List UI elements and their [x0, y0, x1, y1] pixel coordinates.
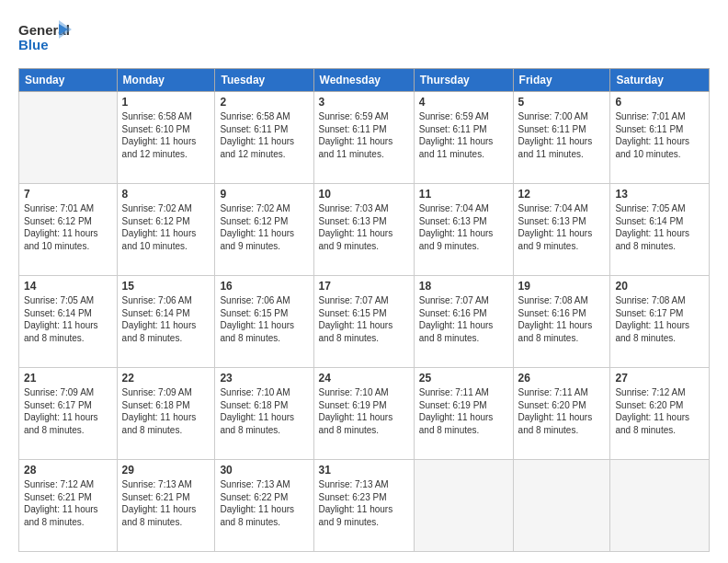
calendar-cell — [414, 460, 513, 552]
calendar-cell: 25Sunrise: 7:11 AMSunset: 6:19 PMDayligh… — [414, 368, 513, 460]
day-number: 15 — [122, 280, 210, 293]
day-info: Sunrise: 7:08 AMSunset: 6:17 PMDaylight:… — [615, 294, 704, 344]
day-number: 9 — [220, 188, 308, 201]
calendar-cell: 30Sunrise: 7:13 AMSunset: 6:22 PMDayligh… — [215, 460, 313, 552]
day-number: 19 — [518, 280, 606, 293]
logo: General Blue — [18, 17, 74, 59]
day-number: 24 — [319, 372, 409, 385]
calendar-week-row: 21Sunrise: 7:09 AMSunset: 6:17 PMDayligh… — [19, 368, 710, 460]
day-info: Sunrise: 7:00 AMSunset: 6:11 PMDaylight:… — [518, 110, 606, 160]
calendar-cell: 17Sunrise: 7:07 AMSunset: 6:15 PMDayligh… — [313, 276, 414, 368]
calendar-cell: 9Sunrise: 7:02 AMSunset: 6:12 PMDaylight… — [215, 184, 313, 276]
day-info: Sunrise: 6:59 AMSunset: 6:11 PMDaylight:… — [419, 110, 508, 160]
calendar-cell: 1Sunrise: 6:58 AMSunset: 6:10 PMDaylight… — [117, 92, 215, 184]
calendar-cell: 31Sunrise: 7:13 AMSunset: 6:23 PMDayligh… — [313, 460, 414, 552]
day-info: Sunrise: 7:12 AMSunset: 6:21 PMDaylight:… — [24, 478, 112, 528]
header: General Blue — [18, 17, 710, 59]
calendar-cell: 11Sunrise: 7:04 AMSunset: 6:13 PMDayligh… — [414, 184, 513, 276]
day-number: 27 — [615, 372, 704, 385]
day-info: Sunrise: 7:09 AMSunset: 6:18 PMDaylight:… — [122, 386, 210, 436]
col-saturday: Saturday — [610, 69, 710, 92]
calendar-cell: 4Sunrise: 6:59 AMSunset: 6:11 PMDaylight… — [414, 92, 513, 184]
calendar-cell: 28Sunrise: 7:12 AMSunset: 6:21 PMDayligh… — [19, 460, 118, 552]
calendar-table: Sunday Monday Tuesday Wednesday Thursday… — [18, 68, 710, 552]
col-sunday: Sunday — [19, 69, 118, 92]
calendar-cell: 27Sunrise: 7:12 AMSunset: 6:20 PMDayligh… — [610, 368, 710, 460]
day-info: Sunrise: 7:12 AMSunset: 6:20 PMDaylight:… — [615, 386, 704, 436]
calendar-cell: 5Sunrise: 7:00 AMSunset: 6:11 PMDaylight… — [513, 92, 610, 184]
col-tuesday: Tuesday — [215, 69, 313, 92]
calendar-cell: 21Sunrise: 7:09 AMSunset: 6:17 PMDayligh… — [19, 368, 118, 460]
calendar-cell: 6Sunrise: 7:01 AMSunset: 6:11 PMDaylight… — [610, 92, 710, 184]
day-number: 22 — [122, 372, 210, 385]
page: General Blue Sunday Monday Tuesday Wedne… — [0, 0, 728, 563]
day-info: Sunrise: 7:06 AMSunset: 6:14 PMDaylight:… — [122, 294, 210, 344]
day-info: Sunrise: 6:59 AMSunset: 6:11 PMDaylight:… — [319, 110, 409, 160]
day-info: Sunrise: 7:05 AMSunset: 6:14 PMDaylight:… — [24, 294, 112, 344]
calendar-cell: 19Sunrise: 7:08 AMSunset: 6:16 PMDayligh… — [513, 276, 610, 368]
day-info: Sunrise: 7:07 AMSunset: 6:16 PMDaylight:… — [419, 294, 508, 344]
day-info: Sunrise: 7:02 AMSunset: 6:12 PMDaylight:… — [220, 202, 308, 252]
day-info: Sunrise: 7:08 AMSunset: 6:16 PMDaylight:… — [518, 294, 606, 344]
day-number: 3 — [319, 96, 409, 109]
calendar-cell: 8Sunrise: 7:02 AMSunset: 6:12 PMDaylight… — [117, 184, 215, 276]
calendar-cell — [19, 92, 118, 184]
day-info: Sunrise: 7:03 AMSunset: 6:13 PMDaylight:… — [319, 202, 409, 252]
calendar-cell: 23Sunrise: 7:10 AMSunset: 6:18 PMDayligh… — [215, 368, 313, 460]
day-number: 17 — [319, 280, 409, 293]
calendar-cell: 12Sunrise: 7:04 AMSunset: 6:13 PMDayligh… — [513, 184, 610, 276]
day-number: 14 — [24, 280, 112, 293]
calendar-cell: 14Sunrise: 7:05 AMSunset: 6:14 PMDayligh… — [19, 276, 118, 368]
day-number: 8 — [122, 188, 210, 201]
calendar-cell: 3Sunrise: 6:59 AMSunset: 6:11 PMDaylight… — [313, 92, 414, 184]
day-info: Sunrise: 6:58 AMSunset: 6:11 PMDaylight:… — [220, 110, 308, 160]
calendar-cell: 13Sunrise: 7:05 AMSunset: 6:14 PMDayligh… — [610, 184, 710, 276]
day-number: 4 — [419, 96, 508, 109]
day-number: 5 — [518, 96, 606, 109]
col-thursday: Thursday — [414, 69, 513, 92]
calendar-cell — [513, 460, 610, 552]
calendar-week-row: 28Sunrise: 7:12 AMSunset: 6:21 PMDayligh… — [19, 460, 710, 552]
day-number: 23 — [220, 372, 308, 385]
day-info: Sunrise: 7:05 AMSunset: 6:14 PMDaylight:… — [615, 202, 704, 252]
day-info: Sunrise: 7:09 AMSunset: 6:17 PMDaylight:… — [24, 386, 112, 436]
day-number: 20 — [615, 280, 704, 293]
day-number: 31 — [319, 464, 409, 477]
day-number: 6 — [615, 96, 704, 109]
day-number: 18 — [419, 280, 508, 293]
day-info: Sunrise: 7:04 AMSunset: 6:13 PMDaylight:… — [518, 202, 606, 252]
day-info: Sunrise: 7:13 AMSunset: 6:22 PMDaylight:… — [220, 478, 308, 528]
calendar-week-row: 1Sunrise: 6:58 AMSunset: 6:10 PMDaylight… — [19, 92, 710, 184]
day-info: Sunrise: 7:10 AMSunset: 6:18 PMDaylight:… — [220, 386, 308, 436]
calendar-week-row: 7Sunrise: 7:01 AMSunset: 6:12 PMDaylight… — [19, 184, 710, 276]
calendar-cell: 18Sunrise: 7:07 AMSunset: 6:16 PMDayligh… — [414, 276, 513, 368]
day-info: Sunrise: 7:06 AMSunset: 6:15 PMDaylight:… — [220, 294, 308, 344]
day-number: 29 — [122, 464, 210, 477]
day-info: Sunrise: 7:11 AMSunset: 6:20 PMDaylight:… — [518, 386, 606, 436]
day-info: Sunrise: 7:02 AMSunset: 6:12 PMDaylight:… — [122, 202, 210, 252]
calendar-cell: 22Sunrise: 7:09 AMSunset: 6:18 PMDayligh… — [117, 368, 215, 460]
calendar-cell: 26Sunrise: 7:11 AMSunset: 6:20 PMDayligh… — [513, 368, 610, 460]
day-number: 28 — [24, 464, 112, 477]
col-monday: Monday — [117, 69, 215, 92]
logo-icon: General Blue — [18, 17, 74, 59]
calendar-week-row: 14Sunrise: 7:05 AMSunset: 6:14 PMDayligh… — [19, 276, 710, 368]
day-number: 2 — [220, 96, 308, 109]
calendar-cell — [610, 460, 710, 552]
calendar-header-row: Sunday Monday Tuesday Wednesday Thursday… — [19, 69, 710, 92]
day-number: 26 — [518, 372, 606, 385]
calendar-cell: 10Sunrise: 7:03 AMSunset: 6:13 PMDayligh… — [313, 184, 414, 276]
col-friday: Friday — [513, 69, 610, 92]
calendar-cell: 2Sunrise: 6:58 AMSunset: 6:11 PMDaylight… — [215, 92, 313, 184]
day-number: 1 — [122, 96, 210, 109]
day-number: 25 — [419, 372, 508, 385]
day-number: 13 — [615, 188, 704, 201]
calendar-cell: 16Sunrise: 7:06 AMSunset: 6:15 PMDayligh… — [215, 276, 313, 368]
day-number: 11 — [419, 188, 508, 201]
day-number: 21 — [24, 372, 112, 385]
day-info: Sunrise: 7:13 AMSunset: 6:23 PMDaylight:… — [319, 478, 409, 528]
day-number: 30 — [220, 464, 308, 477]
day-info: Sunrise: 7:01 AMSunset: 6:11 PMDaylight:… — [615, 110, 704, 160]
day-info: Sunrise: 7:13 AMSunset: 6:21 PMDaylight:… — [122, 478, 210, 528]
day-info: Sunrise: 7:01 AMSunset: 6:12 PMDaylight:… — [24, 202, 112, 252]
